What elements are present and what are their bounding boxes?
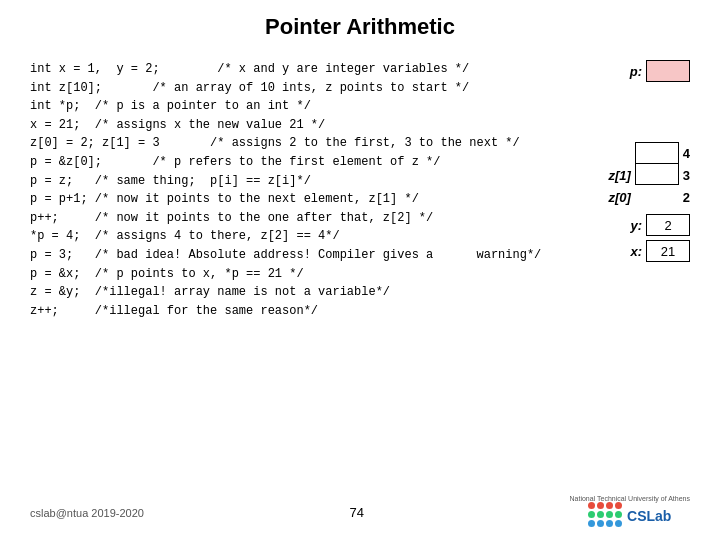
side-panel: p: z[1] z[0] 4 3 2 y: 2	[608, 60, 690, 320]
z1-label: z[1]	[608, 164, 630, 186]
z-stacked-group: z[1] z[0] 4 3 2	[608, 142, 690, 208]
code-line: p++; /* now it points to the one after t…	[30, 209, 598, 228]
p-var-row: p:	[630, 60, 690, 82]
code-line: int x = 1, y = 2; /* x and y are integer…	[30, 60, 598, 79]
univ-text: National Technical University of Athens	[569, 495, 690, 502]
footer-center: 74	[349, 505, 363, 520]
code-line: *p = 4; /* assigns 4 to there, z[2] == 4…	[30, 227, 598, 246]
y-label: y:	[630, 218, 642, 233]
footer-right: National Technical University of Athens …	[569, 495, 690, 530]
code-line: p = z; /* same thing; p[i] == z[i]*/	[30, 172, 598, 191]
x-value: 21	[661, 244, 675, 259]
code-line: p = &x; /* p points to x, *p == 21 */	[30, 265, 598, 284]
z-extra-value: 2	[683, 186, 690, 208]
z0-label: z[0]	[608, 186, 630, 208]
code-line: x = 21; /* assigns x the new value 21 */	[30, 116, 598, 135]
cslab-dots	[588, 502, 623, 528]
code-block: int x = 1, y = 2; /* x and y are integer…	[30, 60, 598, 320]
code-line: int *p; /* p is a pointer to an int */	[30, 97, 598, 116]
x-box: 21	[646, 240, 690, 262]
p-box	[646, 60, 690, 82]
z0-box	[635, 163, 679, 185]
code-line: z[0] = 2; z[1] = 3 /* assigns 2 to the f…	[30, 134, 598, 153]
code-line: p = 3; /* bad idea! Absolute address! Co…	[30, 246, 598, 265]
z1-box	[635, 142, 679, 164]
code-line: p = p+1; /* now it points to the next el…	[30, 190, 598, 209]
y-value: 2	[664, 218, 671, 233]
code-line: z = &y; /*illegal! array name is not a v…	[30, 283, 598, 302]
cslab-logo: National Technical University of Athens …	[569, 495, 690, 530]
code-line: p = &z[0]; /* p refers to the first elem…	[30, 153, 598, 172]
footer-left: cslab@ntua 2019-2020	[30, 507, 144, 519]
x-var-row: x: 21	[630, 240, 690, 262]
cslab-text: CSLab	[627, 508, 671, 524]
code-line: int z[10]; /* an array of 10 ints, z poi…	[30, 79, 598, 98]
z1-value: 4	[683, 142, 690, 164]
z0-value: 3	[683, 164, 690, 186]
page-title: Pointer Arithmetic	[0, 0, 720, 50]
x-label: x:	[630, 244, 642, 259]
p-label: p:	[630, 64, 642, 79]
code-line: z++; /*illegal for the same reason*/	[30, 302, 598, 321]
y-var-row: y: 2	[630, 214, 690, 236]
y-box: 2	[646, 214, 690, 236]
